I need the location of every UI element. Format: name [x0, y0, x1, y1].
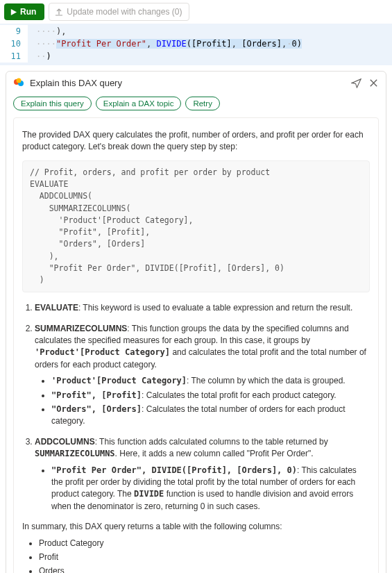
copilot-icon	[13, 77, 24, 88]
sub-item: "Profit Per Order", DIVIDE([Profit], [Or…	[51, 465, 370, 513]
code-example: // Profit, orders, and profit per order …	[22, 160, 370, 293]
suggestion-pills: Explain this query Explain a DAX topic R…	[6, 94, 386, 117]
list-item: SUMMARIZECOLUMNS: This function groups t…	[35, 323, 370, 428]
code-editor[interactable]: 9 ····), 10 ····"Profit Per Order", DIVI…	[0, 24, 392, 65]
pill-explain-query[interactable]: Explain this query	[13, 97, 92, 110]
intro-text: The provided DAX query calculates the pr…	[22, 129, 370, 153]
code-line: ··)	[28, 50, 392, 63]
line-number: 10	[0, 38, 28, 50]
upload-icon	[55, 8, 63, 16]
sub-item: Product Category	[39, 538, 370, 549]
explanation-list: EVALUATE: This keyword is used to evalua…	[22, 302, 370, 513]
pill-retry[interactable]: Retry	[185, 97, 219, 110]
code-line: ····),	[28, 25, 392, 38]
line-number: 9	[0, 25, 28, 38]
summary-list: Product Category Profit Orders Profit Pe…	[22, 538, 370, 573]
sub-item: "Orders", [Orders]: Calculates the total…	[51, 404, 370, 428]
sub-item: "Profit", [Profit]: Calculates the total…	[51, 390, 370, 401]
panel-title: Explain this DAX query	[30, 78, 346, 88]
sub-item: Profit	[39, 551, 370, 563]
sub-item: Orders	[39, 565, 370, 573]
line-number: 11	[0, 50, 28, 63]
response-body: The provided DAX query calculates the pr…	[13, 117, 379, 573]
summary-intro: In summary, this DAX query returns a tab…	[22, 521, 370, 533]
list-item: ADDCOLUMNS: This function adds calculate…	[35, 436, 370, 513]
code-line: ····"Profit Per Order", DIVIDE([Profit],…	[28, 38, 392, 50]
play-icon	[10, 8, 17, 16]
run-button[interactable]: Run	[4, 3, 44, 20]
panel-header: Explain this DAX query	[6, 72, 386, 94]
pill-explain-topic[interactable]: Explain a DAX topic	[96, 97, 182, 110]
run-label: Run	[20, 7, 36, 17]
update-label: Update model with changes (0)	[67, 7, 182, 17]
sub-item: 'Product'[Product Category]: The column …	[51, 375, 370, 387]
svg-point-2	[17, 78, 22, 83]
copilot-panel: Explain this DAX query Explain this quer…	[6, 71, 386, 573]
list-item: EVALUATE: This keyword is used to evalua…	[35, 302, 370, 314]
update-model-button[interactable]: Update model with changes (0)	[49, 3, 189, 21]
close-icon[interactable]	[368, 78, 379, 88]
toolbar: Run Update model with changes (0)	[0, 0, 392, 24]
send-icon[interactable]	[351, 78, 361, 88]
